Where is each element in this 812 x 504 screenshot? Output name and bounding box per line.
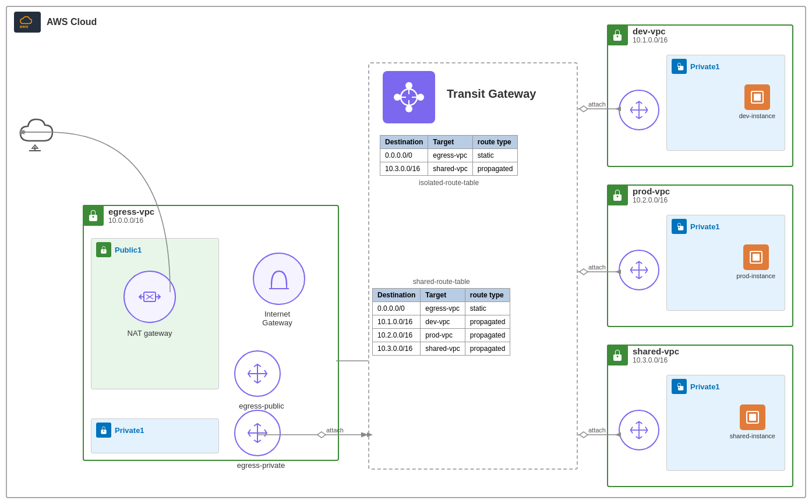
shared-rt-r3-dest: 10.2.0.0/16 <box>373 329 421 342</box>
dev-subnet-name: Private1 <box>690 62 720 71</box>
shared-instance-icon <box>740 404 765 430</box>
shared-rt-col-dest: Destination <box>373 289 421 302</box>
igw-label: InternetGateway <box>245 310 309 327</box>
dev-private-subnet: Private1 dev-instance <box>666 55 785 151</box>
egress-public-label: egress-public <box>227 402 296 410</box>
dev-vpc-info: dev-vpc 10.1.0.0/16 <box>633 26 668 44</box>
private-subnet-icon <box>96 423 111 438</box>
isolated-rt-col-dest: Destination <box>380 136 428 149</box>
svg-text:attach: attach <box>588 427 606 434</box>
svg-rect-35 <box>749 414 756 421</box>
shared-rt-title: shared-route-table <box>372 278 510 286</box>
private-subnet-name: Private1 <box>115 426 144 435</box>
nat-gateway-label: NAT gateway <box>112 329 188 338</box>
shared-vpc-header: shared-vpc 10.3.0.0/16 <box>607 345 679 365</box>
shared-rt-r1-target: egress-vpc <box>421 302 465 315</box>
public-subnet-name: Public1 <box>115 246 142 254</box>
dev-vpc-name: dev-vpc <box>633 26 668 36</box>
internet-gateway-icon <box>253 253 305 305</box>
svg-rect-27 <box>754 94 761 101</box>
shared-rt-row-3: 10.2.0.0/16 prod-vpc propagated <box>373 329 510 342</box>
isolated-rt-label: isolated-route-table <box>380 179 518 187</box>
dev-instance-label: dev-instance <box>739 112 775 119</box>
shared-vpc-icon <box>607 345 628 365</box>
shared-rt-r3-type: propagated <box>465 329 510 342</box>
svg-marker-51 <box>580 432 588 438</box>
isolated-rt-col-target: Target <box>428 136 472 149</box>
dev-vpc-icon <box>607 24 628 45</box>
shared-vpc-box: shared-vpc 10.3.0.0/16 Private1 shared-i… <box>607 345 793 487</box>
svg-text:aws: aws <box>20 24 29 29</box>
egress-vpc-name: egress-vpc <box>108 207 154 216</box>
dev-subnet-header: Private1 <box>672 59 720 74</box>
shared-rt-r2-target: dev-vpc <box>421 315 465 329</box>
shared-rt-r4-type: propagated <box>465 342 510 356</box>
egress-vpc-header: egress-vpc 10.0.0.0/16 <box>83 205 154 226</box>
nat-gateway-icon <box>123 271 176 323</box>
isolated-rt-row-2: 10.3.0.0/16 shared-vpc propagated <box>380 162 518 176</box>
egress-vpc-name-block: egress-vpc 10.0.0.0/16 <box>108 207 154 225</box>
shared-rt-r2-type: propagated <box>465 315 510 329</box>
shared-private-subnet: Private1 shared-instance <box>666 375 785 471</box>
prod-vpc-header: prod-vpc 10.2.0.0/16 <box>607 184 670 205</box>
prod-instance-label: prod-instance <box>736 272 775 279</box>
prod-vpc-info: prod-vpc 10.2.0.0/16 <box>633 186 670 204</box>
shared-vpc-cidr: 10.3.0.0/16 <box>633 356 679 364</box>
main-diagram: aws AWS Cloud egress-vpc 10.0.0.0/16 <box>6 6 806 498</box>
dev-circle-icon <box>619 90 659 130</box>
egress-vpc-box: egress-vpc 10.0.0.0/16 Public1 <box>83 205 339 461</box>
shared-subnet-header: Private1 <box>672 379 720 394</box>
prod-instance-block: prod-instance <box>736 244 775 279</box>
isolated-rt-r1-target: egress-vpc <box>428 149 472 162</box>
shared-rt-r3-target: prod-vpc <box>421 329 465 342</box>
isolated-route-table: Destination Target route type 0.0.0.0/0 … <box>380 135 518 187</box>
shared-subnet-name: Private1 <box>690 382 720 391</box>
public-subnet: Public1 NAT gateway <box>91 238 219 389</box>
shared-circle-icon <box>619 410 659 450</box>
shared-rt-table: Destination Target route type 0.0.0.0/0 … <box>372 288 510 356</box>
aws-cloud-title: AWS Cloud <box>47 17 97 27</box>
svg-point-20 <box>394 94 401 101</box>
svg-rect-31 <box>753 254 760 261</box>
prod-private-subnet: Private1 prod-instance <box>666 215 785 311</box>
shared-rt-row-2: 10.1.0.0/16 dev-vpc propagated <box>373 315 510 329</box>
svg-marker-48 <box>580 269 588 275</box>
private-subnet-header: Private1 <box>96 423 144 438</box>
isolated-rt-table: Destination Target route type 0.0.0.0/0 … <box>380 135 518 176</box>
isolated-rt-r2-dest: 10.3.0.0/16 <box>380 162 428 176</box>
dev-subnet-icon <box>672 59 687 74</box>
aws-header: aws AWS Cloud <box>7 7 104 37</box>
svg-point-21 <box>417 94 424 101</box>
dev-instance-icon <box>744 84 770 110</box>
dev-vpc-box: dev-vpc 10.1.0.0/16 Private1 de <box>607 24 793 167</box>
dev-vpc-cidr: 10.1.0.0/16 <box>633 36 668 44</box>
prod-circle-icon <box>619 250 659 290</box>
aws-logo: aws <box>14 12 41 33</box>
svg-text:attach: attach <box>588 101 606 108</box>
svg-text:attach: attach <box>588 264 606 271</box>
private-subnet-egress: Private1 <box>91 418 219 453</box>
egress-private-label: egress-private <box>226 461 296 470</box>
dev-vpc-header: dev-vpc 10.1.0.0/16 <box>607 24 668 45</box>
internet-cloud <box>17 109 76 158</box>
prod-subnet-header: Private1 <box>672 219 720 234</box>
prod-subnet-name: Private1 <box>690 222 720 231</box>
shared-subnet-icon <box>672 379 687 394</box>
shared-rt-row-4: 10.3.0.0/16 shared-vpc propagated <box>373 342 510 356</box>
shared-rt-r1-dest: 0.0.0.0/0 <box>373 302 421 315</box>
prod-vpc-box: prod-vpc 10.2.0.0/16 Private1 prod-insta… <box>607 184 793 327</box>
shared-rt-r1-type: static <box>465 302 510 315</box>
egress-private-icon <box>234 410 281 456</box>
shared-rt-row-1: 0.0.0.0/0 egress-vpc static <box>373 302 510 315</box>
public-subnet-header: Public1 <box>96 242 142 257</box>
prod-vpc-icon <box>607 184 628 205</box>
isolated-rt-r1-type: static <box>472 149 518 162</box>
prod-instance-icon <box>743 244 769 270</box>
egress-vpc-cidr: 10.0.0.0/16 <box>108 216 154 225</box>
egress-vpc-icon <box>83 205 104 226</box>
shared-rt-r2-dest: 10.1.0.0/16 <box>373 315 421 329</box>
isolated-rt-r2-target: shared-vpc <box>428 162 472 176</box>
shared-instance-label: shared-instance <box>730 432 775 439</box>
isolated-rt-r1-dest: 0.0.0.0/0 <box>380 149 428 162</box>
prod-subnet-icon <box>672 219 687 234</box>
